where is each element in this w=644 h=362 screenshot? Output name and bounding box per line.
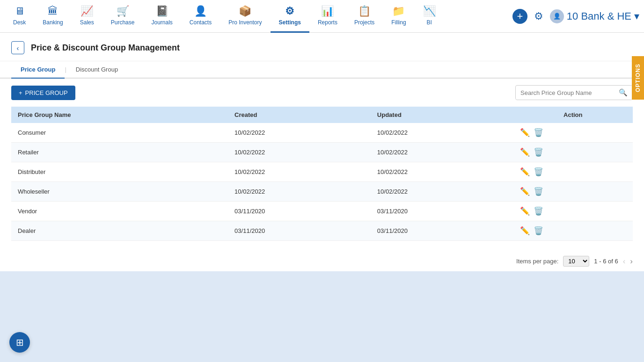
nav-item-reports[interactable]: 📊Reports — [309, 0, 346, 33]
edit-button[interactable]: ✏️ — [520, 206, 530, 216]
col-name: Price Group Name — [11, 107, 228, 123]
nav-item-journals[interactable]: 📓Journals — [143, 0, 181, 33]
delete-button[interactable]: 🗑️ — [534, 187, 543, 196]
nav-label-settings: Settings — [279, 19, 301, 26]
add-button-label: PRICE GROUP — [25, 89, 68, 96]
bi-icon: 📉 — [423, 5, 436, 17]
cell-updated: 03/11/2020 — [371, 202, 513, 221]
cell-name: Retailer — [11, 143, 228, 162]
delete-button[interactable]: 🗑️ — [534, 167, 543, 177]
chevron-down-icon: ▾ — [634, 10, 639, 22]
nav-label-reports: Reports — [318, 19, 337, 26]
tab-price-group[interactable]: Price Group — [11, 61, 65, 79]
edit-button[interactable]: ✏️ — [520, 187, 530, 196]
page-header: ‹ Price & Discount Group Management — [0, 33, 644, 61]
cell-action: ✏️ 🗑️ — [513, 182, 633, 202]
cell-updated: 10/02/2022 — [371, 123, 513, 143]
cell-action: ✏️ 🗑️ — [513, 162, 633, 182]
user-label: 10 Bank & HE — [567, 10, 631, 22]
nav-label-filling: Filling — [391, 19, 406, 26]
delete-button[interactable]: 🗑️ — [534, 226, 543, 236]
pagination: Items per page: 10 25 50 100 1 - 6 of 6 … — [0, 250, 644, 271]
user-area[interactable]: 👤 10 Bank & HE ▾ — [550, 9, 639, 23]
projects-icon: 📋 — [358, 5, 371, 17]
table-row: Retailer 10/02/2022 10/02/2022 ✏️ 🗑️ — [11, 143, 633, 162]
cell-updated: 10/02/2022 — [371, 162, 513, 182]
cell-updated: 10/02/2022 — [371, 182, 513, 202]
nav-items: 🖥Desk🏛Banking📈Sales🛒Purchase📓Journals👤Co… — [5, 0, 512, 33]
items-per-page-label: Items per page: — [516, 258, 558, 265]
nav-label-purchase: Purchase — [111, 19, 135, 26]
nav-item-bi[interactable]: 📉BI — [415, 0, 444, 33]
cell-created: 10/02/2022 — [228, 143, 371, 162]
nav-item-purchase[interactable]: 🛒Purchase — [102, 0, 143, 33]
nav-label-banking: Banking — [43, 19, 63, 26]
user-avatar: 👤 — [550, 9, 564, 23]
delete-button[interactable]: 🗑️ — [534, 147, 543, 157]
edit-button[interactable]: ✏️ — [520, 128, 530, 138]
nav-label-journals: Journals — [151, 19, 172, 26]
table-row: Distributer 10/02/2022 10/02/2022 ✏️ 🗑️ — [11, 162, 633, 182]
settings-icon[interactable]: ⚙ — [534, 10, 543, 22]
reports-icon: 📊 — [321, 5, 334, 17]
nav-label-contacts: Contacts — [190, 19, 212, 26]
prev-page-button[interactable]: ‹ — [623, 257, 626, 266]
nav-item-banking[interactable]: 🏛Banking — [34, 0, 71, 33]
topnav: 🖥Desk🏛Banking📈Sales🛒Purchase📓Journals👤Co… — [0, 0, 644, 33]
nav-item-contacts[interactable]: 👤Contacts — [181, 0, 220, 33]
tab-discount-group[interactable]: Discount Group — [66, 61, 127, 79]
sales-icon: 📈 — [80, 5, 93, 17]
table-row: Consumer 10/02/2022 10/02/2022 ✏️ 🗑️ — [11, 123, 633, 143]
table-wrap: Price Group Name Created Updated Action … — [0, 107, 644, 250]
nav-item-projects[interactable]: 📋Projects — [346, 0, 383, 33]
nav-item-sales[interactable]: 📈Sales — [72, 0, 102, 33]
edit-button[interactable]: ✏️ — [520, 167, 530, 177]
cell-created: 10/02/2022 — [228, 123, 371, 143]
next-page-button[interactable]: › — [630, 257, 633, 266]
nav-item-filling[interactable]: 📁Filling — [383, 0, 414, 33]
pro-inventory-icon: 📦 — [239, 5, 251, 17]
col-action: Action — [513, 107, 633, 123]
nav-item-pro-inventory[interactable]: 📦Pro Inventory — [220, 0, 270, 33]
table-row: Dealer 03/11/2020 03/11/2020 ✏️ 🗑️ — [11, 221, 633, 241]
banking-icon: 🏛 — [48, 5, 58, 17]
search-box: 🔍 — [515, 85, 633, 100]
cell-name: Distributer — [11, 162, 228, 182]
per-page-select[interactable]: 10 25 50 100 — [563, 256, 589, 267]
add-global-button[interactable]: + — [512, 9, 527, 24]
search-icon[interactable]: 🔍 — [614, 86, 632, 100]
back-button[interactable]: ‹ — [11, 41, 24, 54]
page-title: Price & Discount Group Management — [31, 43, 180, 53]
cell-created: 03/11/2020 — [228, 202, 371, 221]
cell-name: Consumer — [11, 123, 228, 143]
cell-action: ✏️ 🗑️ — [513, 123, 633, 143]
cell-updated: 03/11/2020 — [371, 221, 513, 241]
edit-button[interactable]: ✏️ — [520, 147, 530, 157]
nav-item-settings[interactable]: ⚙Settings — [271, 0, 309, 33]
cell-name: Vendor — [11, 202, 228, 221]
price-group-table: Price Group Name Created Updated Action … — [11, 107, 633, 241]
search-input[interactable] — [516, 87, 614, 99]
options-tab[interactable]: OPTIONS — [632, 56, 644, 100]
nav-right: + ⚙ 👤 10 Bank & HE ▾ — [512, 9, 639, 24]
delete-button[interactable]: 🗑️ — [534, 206, 543, 216]
col-updated: Updated — [371, 107, 513, 123]
filling-icon: 📁 — [392, 5, 405, 17]
desk-icon: 🖥 — [15, 5, 25, 17]
edit-button[interactable]: ✏️ — [520, 226, 530, 236]
delete-button[interactable]: 🗑️ — [534, 128, 543, 138]
nav-label-pro-inventory: Pro Inventory — [228, 19, 262, 26]
cell-action: ✏️ 🗑️ — [513, 202, 633, 221]
cell-action: ✏️ 🗑️ — [513, 143, 633, 162]
toolbar: + PRICE GROUP 🔍 — [0, 79, 644, 107]
contacts-icon: 👤 — [194, 5, 207, 17]
nav-item-desk[interactable]: 🖥Desk — [5, 0, 34, 33]
cell-created: 03/11/2020 — [228, 221, 371, 241]
col-created: Created — [228, 107, 371, 123]
tabs: Price Group | Discount Group — [0, 61, 644, 79]
nav-label-bi: BI — [426, 19, 432, 26]
journals-icon: 📓 — [156, 5, 168, 17]
cell-created: 10/02/2022 — [228, 162, 371, 182]
table-row: Vendor 03/11/2020 03/11/2020 ✏️ 🗑️ — [11, 202, 633, 221]
add-price-group-button[interactable]: + PRICE GROUP — [11, 86, 75, 100]
